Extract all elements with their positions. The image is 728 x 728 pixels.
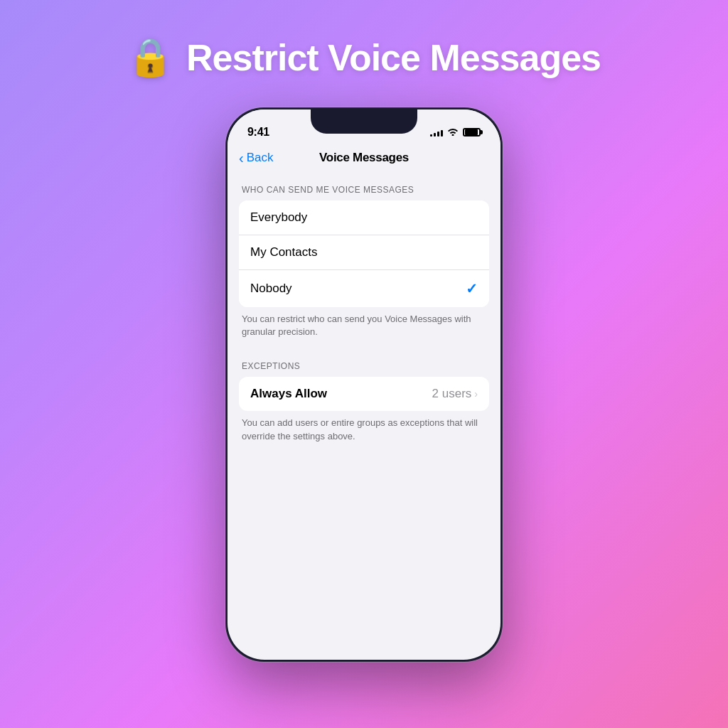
- nobody-option[interactable]: Nobody: [250, 282, 292, 296]
- signal-bar-1: [430, 134, 432, 136]
- notch: [311, 109, 417, 134]
- signal-bar-3: [437, 132, 439, 136]
- exceptions-label: EXCEPTIONS: [228, 350, 500, 377]
- exceptions-group: Always Allow 2 users ›: [239, 377, 489, 411]
- always-allow-label[interactable]: Always Allow: [250, 387, 327, 401]
- battery-icon: [463, 128, 481, 136]
- nav-title: Voice Messages: [319, 151, 409, 165]
- signal-bar-4: [441, 130, 443, 136]
- page-title-area: 🔒 Restrict Voice Messages: [127, 36, 601, 79]
- page-title: Restrict Voice Messages: [186, 36, 601, 79]
- everybody-option[interactable]: Everybody: [250, 210, 307, 225]
- my-contacts-option[interactable]: My Contacts: [250, 245, 317, 259]
- list-item[interactable]: Nobody ✓: [239, 270, 489, 307]
- chevron-right-icon: ›: [474, 388, 478, 400]
- content-area: WHO CAN SEND ME VOICE MESSAGES Everybody…: [228, 173, 500, 469]
- signal-bar-2: [434, 133, 436, 136]
- list-item[interactable]: My Contacts: [239, 235, 489, 270]
- always-allow-count: 2 users: [432, 387, 472, 401]
- status-icons: [430, 127, 481, 138]
- who-can-send-footer: You can restrict who can send you Voice …: [228, 307, 500, 350]
- status-time: 9:41: [247, 126, 269, 139]
- back-button[interactable]: ‹ Back: [239, 151, 273, 165]
- phone-frame: 9:41 ‹: [225, 107, 503, 662]
- phone-inner: 9:41 ‹: [228, 109, 500, 660]
- wifi-icon: [447, 127, 459, 138]
- list-item[interactable]: Everybody: [239, 200, 489, 235]
- battery-fill: [465, 129, 478, 135]
- signal-bars-icon: [430, 128, 443, 136]
- who-can-send-label: WHO CAN SEND ME VOICE MESSAGES: [228, 173, 500, 200]
- back-label[interactable]: Back: [247, 151, 274, 165]
- always-allow-right: 2 users ›: [432, 387, 478, 401]
- who-can-send-group: Everybody My Contacts Nobody ✓: [239, 200, 489, 307]
- nav-bar: ‹ Back Voice Messages: [228, 145, 500, 173]
- exceptions-footer: You can add users or entire groups as ex…: [228, 411, 500, 454]
- list-item[interactable]: Always Allow 2 users ›: [239, 377, 489, 411]
- back-chevron-icon: ‹: [239, 151, 244, 165]
- selected-checkmark-icon: ✓: [466, 280, 478, 297]
- lock-icon: 🔒: [127, 36, 173, 79]
